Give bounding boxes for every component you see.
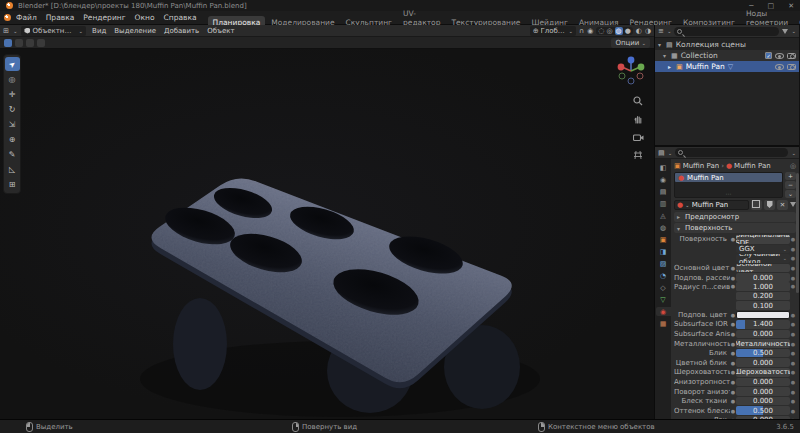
tool-option-icon[interactable] — [37, 39, 45, 47]
tool-scale[interactable]: ⇲ — [5, 117, 20, 131]
tool-option-icon[interactable] — [15, 39, 23, 47]
filter-icon[interactable] — [782, 29, 788, 34]
list-resize-grip[interactable]: ⋯ — [726, 192, 732, 196]
tool-option-icon[interactable] — [26, 39, 34, 47]
tool-rotate[interactable]: ↻ — [5, 102, 20, 116]
tab-world[interactable]: ◍ — [656, 223, 671, 232]
animate-dot-icon[interactable]: ● — [790, 389, 796, 395]
menu-render[interactable]: Рендеринг — [79, 12, 129, 23]
menu-edit[interactable]: Правка — [42, 12, 79, 23]
animate-dot-icon[interactable]: ● — [790, 379, 796, 385]
section-surface[interactable]: ▾ Поверхность — [674, 223, 796, 233]
tool-measure[interactable]: ◺ — [5, 162, 20, 176]
tab-texture[interactable]: ▦ — [656, 319, 671, 328]
subsurface-method-dropdown[interactable]: Случайный обход⌄ — [736, 254, 790, 263]
radius-z-field[interactable]: 0.100 — [736, 301, 790, 310]
expander-icon[interactable]: ▾ — [663, 52, 668, 59]
outliner-search-input[interactable] — [674, 27, 779, 36]
viewport-menu-object[interactable]: Объект — [205, 27, 236, 35]
metallic-link-button[interactable]: Металличность — [736, 339, 790, 348]
tool-cursor[interactable]: ◎ — [5, 72, 20, 86]
subsurface-color-swatch[interactable] — [736, 311, 790, 320]
editor-type-icon[interactable]: ≡ — [658, 27, 664, 35]
copy-material-button[interactable] — [751, 200, 762, 210]
editor-type-icon[interactable]: ▤ — [658, 149, 665, 157]
shading-rendered-icon[interactable]: ● — [625, 27, 631, 35]
tab-view-layer[interactable]: ▥ — [656, 199, 671, 208]
viewport-menu-select[interactable]: Выделение — [112, 27, 158, 35]
shader-button[interactable]: Принципиальный BSDF — [736, 235, 790, 244]
tab-material[interactable]: ◉ — [656, 307, 671, 316]
animate-dot-icon[interactable]: ● — [790, 350, 796, 356]
exclude-checkbox[interactable]: ✓ — [765, 52, 772, 59]
subsurface-slider[interactable]: 0.000 — [736, 273, 790, 282]
section-preview[interactable]: ▸ Предпросмотр — [674, 212, 796, 222]
xray-icon[interactable]: ◑ — [645, 27, 651, 35]
tool-add-cube[interactable]: ⊞ — [5, 177, 20, 191]
snap-magnet-icon[interactable]: ∩ — [579, 27, 584, 35]
orientation-dropdown[interactable]: ⊕ Глобально ⌄ — [530, 26, 576, 36]
active-tool-icon[interactable] — [4, 39, 12, 47]
properties-search-input[interactable] — [675, 148, 788, 157]
menu-file[interactable]: Файл — [12, 12, 41, 23]
material-name-field[interactable]: ● ⌄ Muffin Pan — [674, 200, 749, 210]
animate-dot-icon[interactable]: ● — [790, 341, 796, 347]
disable-render-icon[interactable] — [787, 64, 796, 70]
slot-specials-menu[interactable]: ⌄ — [785, 190, 796, 198]
outliner-row-collection[interactable]: ▾ ▦ Collection ✓ — [655, 50, 799, 61]
options-dropdown[interactable]: Опции ⌄ — [611, 38, 650, 48]
tool-move[interactable]: ✛ — [5, 87, 20, 101]
animate-dot-icon[interactable]: ● — [790, 312, 796, 318]
shading-solid-icon[interactable]: ◎ — [606, 27, 612, 35]
hide-eye-icon[interactable] — [775, 64, 784, 70]
tab-object[interactable]: ▣ — [656, 235, 671, 244]
viewport-canvas[interactable]: ➤ ◎ ✛ ↻ ⇲ ⊕ ✎ ◺ ⊞ — [0, 49, 654, 419]
app-menu-icon[interactable] — [4, 14, 11, 21]
animate-dot-icon[interactable]: ● — [790, 331, 796, 337]
viewport-menu-add[interactable]: Добавить — [162, 27, 201, 35]
mode-dropdown[interactable]: Объектный режим ⌄ — [21, 26, 86, 36]
subsurface-anisotropy-slider[interactable]: 0.000 — [736, 330, 790, 339]
camera-view-icon[interactable] — [632, 131, 644, 143]
animate-dot-icon[interactable]: ● — [790, 398, 796, 404]
tool-annotate[interactable]: ✎ — [5, 147, 20, 161]
breadcrumb-material[interactable]: Muffin Pan — [734, 162, 771, 170]
roughness-link-button[interactable]: Шероховатость — [736, 368, 790, 377]
animate-dot-icon[interactable]: ● — [790, 360, 796, 366]
material-slot-list[interactable]: ● Muffin Pan ⋯ — [674, 172, 783, 198]
expander-icon[interactable]: ▾ — [658, 41, 663, 48]
sheen-slider[interactable]: 0.000 — [736, 397, 790, 406]
expander-icon[interactable]: ▸ — [668, 63, 673, 70]
pin-icon[interactable]: ◎ — [790, 162, 796, 170]
breadcrumb-object[interactable]: Muffin Pan — [683, 162, 720, 170]
distribution-dropdown[interactable]: GGX⌄ — [736, 245, 790, 254]
tab-particles[interactable]: ▨ — [656, 259, 671, 268]
tool-transform[interactable]: ⊕ — [5, 132, 20, 146]
tab-scene[interactable]: ◬ — [656, 211, 671, 220]
remove-slot-button[interactable]: − — [785, 181, 796, 189]
outliner-row-muffin-pan[interactable]: ▸ ▣ Muffin Pan ▽ — [655, 61, 799, 72]
radius-y-field[interactable]: 0.200 — [736, 292, 790, 301]
animate-dot-icon[interactable]: ● — [790, 408, 796, 414]
outliner-row-scene-collection[interactable]: ▾ ▤ Коллекция сцены — [655, 39, 799, 50]
specular-tint-slider[interactable]: 0.000 — [736, 358, 790, 367]
menu-window[interactable]: Окно — [131, 12, 159, 23]
tab-object-data[interactable]: ▽ — [656, 295, 671, 304]
animate-dot-icon[interactable]: ● — [790, 321, 796, 327]
tab-output[interactable]: ▤ — [656, 187, 671, 196]
tab-physics[interactable]: ◔ — [656, 271, 671, 280]
muffin-pan-model[interactable] — [0, 49, 655, 419]
tool-select-box[interactable]: ➤ — [5, 57, 20, 71]
pan-hand-icon[interactable] — [632, 113, 644, 125]
overlays-icon[interactable]: ◐ — [636, 27, 642, 35]
shading-material-icon[interactable]: ◍ — [615, 27, 623, 35]
specular-slider[interactable]: 0.500 — [736, 349, 790, 358]
tab-constraints[interactable]: ◇ — [656, 283, 671, 292]
editor-type-icon[interactable]: ⊞ — [3, 27, 9, 35]
base-color-link-button[interactable]: Основной цвет — [736, 264, 790, 273]
viewport-menu-view[interactable]: Вид — [90, 27, 108, 35]
material-slot-active[interactable]: ● Muffin Pan — [675, 173, 782, 182]
hide-eye-icon[interactable] — [775, 53, 784, 59]
anisotropic-slider[interactable]: 0.000 — [736, 378, 790, 387]
zoom-icon[interactable] — [632, 95, 644, 107]
